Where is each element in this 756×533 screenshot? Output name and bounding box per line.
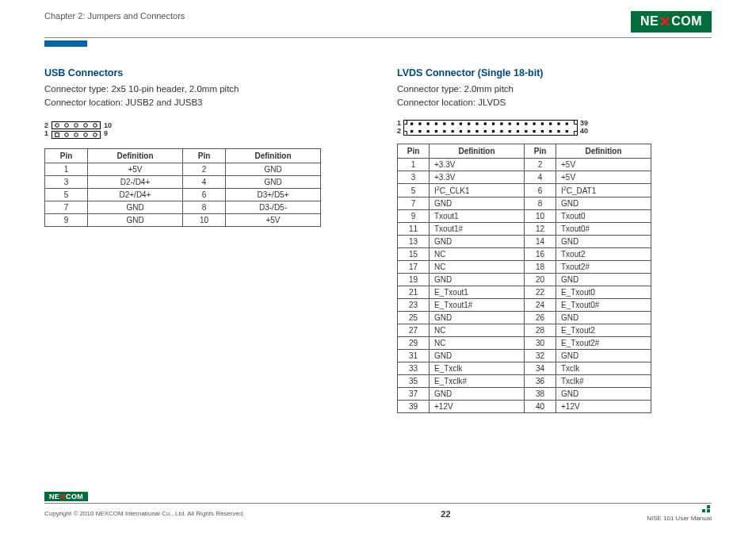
def-cell: GND [226, 163, 321, 176]
svg-rect-16 [418, 130, 421, 132]
def-cell: D3-/D5- [226, 201, 321, 214]
header-accent-bar [44, 40, 87, 47]
lvds-pin-label-2: 2 [397, 128, 401, 136]
pin-cell: 2 [525, 159, 556, 171]
table-row: 35E_Txclk#36Txclk# [398, 375, 651, 388]
def-cell: NC [430, 324, 525, 337]
def-cell: Txout1# [430, 223, 525, 236]
manual-title: NISE 101 User Manual [647, 515, 712, 522]
svg-point-4 [74, 124, 78, 128]
table-row: 25GND26GND [398, 312, 651, 324]
usb-connector-location: Connector location: JUSB2 and JUSB3 [44, 97, 359, 109]
pin-cell: 19 [398, 274, 430, 286]
th-pin: Pin [45, 149, 88, 163]
def-cell: D2-/D4+ [88, 176, 183, 189]
chapter-title: Chapter 2: Jumpers and Connectors [44, 11, 185, 21]
pin-cell: 5 [398, 184, 430, 197]
svg-rect-22 [443, 130, 445, 132]
pin-cell: 33 [398, 362, 430, 375]
pin-cell: 39 [398, 401, 430, 413]
brand-pre: NE [49, 493, 59, 500]
svg-rect-51 [566, 123, 568, 125]
pin-cell: 21 [398, 286, 430, 299]
def-cell: E_Txout1# [430, 299, 525, 312]
table-row: 1+3.3V2+5V [398, 159, 651, 171]
svg-rect-26 [460, 130, 462, 132]
svg-rect-17 [427, 123, 430, 125]
svg-rect-47 [549, 123, 552, 125]
pin-cell: 20 [525, 274, 556, 286]
svg-rect-28 [468, 130, 470, 132]
svg-point-2 [55, 124, 59, 128]
def-cell: +5V [556, 171, 651, 184]
svg-point-10 [84, 133, 88, 137]
svg-rect-35 [500, 123, 502, 125]
def-cell: GND [556, 350, 651, 362]
lvds-connector-location: Connector location: JLVDS [397, 97, 712, 109]
def-cell: NC [430, 337, 525, 350]
footer-mark-icon [701, 505, 712, 513]
svg-rect-27 [468, 123, 470, 125]
def-cell: NC [430, 261, 525, 274]
table-row: 7GND8D3-/D5- [45, 201, 321, 214]
pin-cell: 32 [525, 350, 556, 362]
usb-title: USB Connectors [44, 67, 359, 79]
def-cell: +5V [556, 159, 651, 171]
def-cell: E_Txout2# [556, 337, 651, 350]
usb-header-icon [52, 121, 101, 139]
def-cell: GND [430, 312, 525, 324]
pin-cell: 16 [525, 248, 556, 261]
th-def: Definition [430, 144, 525, 159]
pin-cell: 12 [525, 223, 556, 236]
def-cell: GND [556, 312, 651, 324]
svg-rect-15 [418, 123, 421, 125]
header-rule [44, 37, 712, 38]
pin-cell: 40 [525, 401, 556, 413]
def-cell: E_Txclk [430, 362, 525, 375]
def-cell: D2+/D4+ [88, 189, 183, 201]
table-row: 37GND38GND [398, 388, 651, 401]
svg-rect-39 [517, 123, 519, 125]
table-row: 19GND20GND [398, 274, 651, 286]
def-cell: Txout1 [430, 210, 525, 223]
def-cell: GND [430, 236, 525, 248]
lvds-connector-type: Connector type: 2.0mm pitch [397, 83, 712, 96]
pin-cell: 26 [525, 312, 556, 324]
page-footer: NE COM Copyright © 2010 NEXCOM Internati… [44, 488, 712, 522]
table-row: 31GND32GND [398, 350, 651, 362]
def-cell: Txout2# [556, 261, 651, 274]
svg-rect-40 [517, 130, 519, 132]
table-row: 33E_Txclk34Txclk [398, 362, 651, 375]
pin-cell: 4 [183, 176, 226, 189]
svg-rect-12 [404, 121, 578, 136]
brand-post: COM [671, 14, 702, 29]
pin-cell: 24 [525, 299, 556, 312]
table-row: 9GND10+5V [45, 214, 321, 227]
pin-cell: 5 [45, 189, 88, 201]
svg-rect-48 [549, 130, 552, 132]
def-cell: Txclk [556, 362, 651, 375]
def-cell: Txout2 [556, 248, 651, 261]
pin-cell: 6 [183, 189, 226, 201]
pin-cell: 36 [525, 375, 556, 388]
table-row: 7GND8GND [398, 197, 651, 210]
table-row: 11Txout1#12Txout0# [398, 223, 651, 236]
def-cell: GND [556, 236, 651, 248]
brand-x-icon [59, 493, 66, 500]
usb-section: USB Connectors Connector type: 2x5 10-pi… [44, 67, 359, 413]
pin-cell: 1 [45, 163, 88, 176]
table-row: 13GND14GND [398, 236, 651, 248]
pin-cell: 31 [398, 350, 430, 362]
svg-point-3 [65, 124, 69, 128]
svg-rect-55 [707, 509, 710, 512]
lvds-pin-label-40: 40 [580, 128, 588, 136]
brand-pre: NE [640, 14, 659, 29]
svg-rect-31 [484, 123, 487, 125]
def-cell: D3+/D5+ [226, 189, 321, 201]
svg-rect-37 [509, 123, 511, 125]
pin-cell: 10 [525, 210, 556, 223]
table-row: 27NC28E_Txout2 [398, 324, 651, 337]
table-row: 5D2+/D4+6D3+/D5+ [45, 189, 321, 201]
svg-rect-34 [492, 130, 494, 132]
page-number: 22 [441, 509, 450, 519]
